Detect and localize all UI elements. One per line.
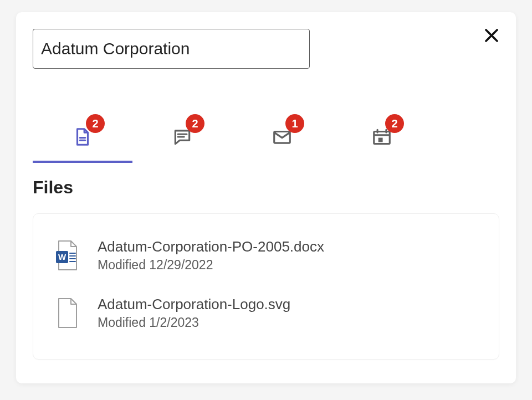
search-input[interactable] bbox=[33, 29, 310, 69]
file-result-row[interactable]: Adatum-Corporation-Logo.svg Modified 1/2… bbox=[55, 286, 477, 343]
tab-chat[interactable]: 2 bbox=[132, 112, 232, 162]
calendar-badge: 2 bbox=[385, 114, 404, 133]
close-icon bbox=[483, 27, 500, 44]
result-tabs: 2 2 1 bbox=[33, 112, 499, 162]
files-results-card: W Adatum-Corporation-PO-2005.docx Modifi… bbox=[33, 213, 499, 360]
file-name: Adatum-Corporation-PO-2005.docx bbox=[98, 238, 324, 255]
tab-calendar[interactable]: 2 bbox=[332, 112, 432, 162]
file-name: Adatum-Corporation-Logo.svg bbox=[98, 296, 290, 313]
file-text-group: Adatum-Corporation-PO-2005.docx Modified… bbox=[98, 238, 324, 273]
file-modified-date: Modified 1/2/2023 bbox=[98, 315, 290, 330]
search-results-panel: 2 2 1 bbox=[16, 12, 516, 383]
word-document-icon: W bbox=[55, 240, 80, 271]
close-button[interactable] bbox=[480, 24, 503, 47]
mail-badge: 1 bbox=[285, 114, 304, 133]
tab-mail[interactable]: 1 bbox=[232, 112, 332, 162]
file-modified-date: Modified 12/29/2022 bbox=[98, 258, 324, 273]
generic-file-icon bbox=[55, 298, 80, 329]
file-text-group: Adatum-Corporation-Logo.svg Modified 1/2… bbox=[98, 296, 290, 330]
svg-rect-2 bbox=[378, 138, 383, 142]
tab-files[interactable]: 2 bbox=[33, 112, 132, 162]
file-result-row[interactable]: W Adatum-Corporation-PO-2005.docx Modifi… bbox=[55, 233, 477, 286]
svg-text:W: W bbox=[58, 252, 66, 261]
section-title-files: Files bbox=[33, 177, 499, 198]
chat-badge: 2 bbox=[186, 114, 204, 133]
files-badge: 2 bbox=[86, 114, 105, 133]
